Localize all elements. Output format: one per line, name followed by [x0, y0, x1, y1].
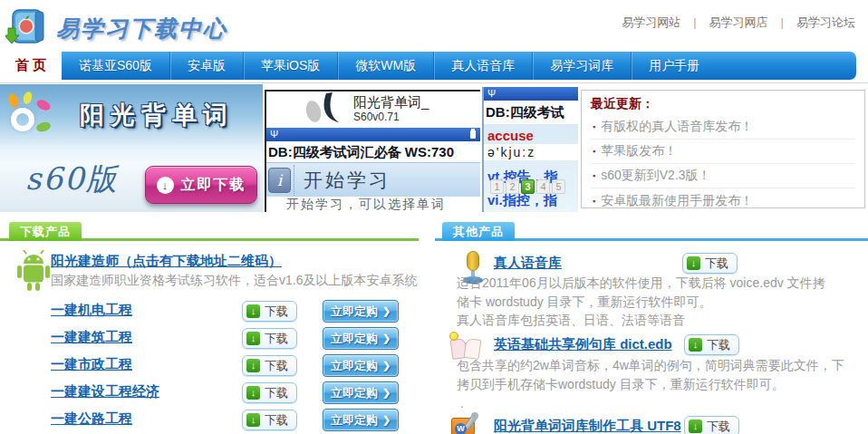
carousel-page-4[interactable]: 4	[536, 179, 550, 194]
carousel-page-2[interactable]: 2	[506, 179, 519, 194]
featured-product-desc: 国家建造师职业资格考试练习软件，适合v1.6及以上版本安卓系统	[51, 273, 417, 289]
logo[interactable]: 易学习下载中心	[5, 5, 227, 52]
chevron-right-icon: ❯	[382, 414, 391, 426]
bullet-icon: ▪	[593, 197, 595, 206]
download-icon: ↓	[246, 359, 260, 372]
banner-download-button[interactable]: ↓ 立即下载	[145, 166, 257, 204]
download-arrow-icon: ↓	[157, 177, 174, 194]
update-item[interactable]: ▪ s60更新到V2.3版！	[591, 164, 855, 188]
chevron-right-icon: ❯	[382, 360, 391, 371]
download-button[interactable]: ↓下载	[242, 301, 297, 322]
product-link[interactable]: 一建公路工程	[51, 410, 132, 428]
dictionary-status-line: DB:四级考试词汇必备 WS:730	[266, 141, 480, 162]
nav-tab-home[interactable]: 首 页	[0, 52, 62, 80]
chevron-right-icon: ❯	[382, 305, 391, 317]
other-product-desc: 适合2011年06月以后版本的软件使用，下载后将 voice.edv 文件拷	[457, 275, 825, 292]
signal-icon: Ψ	[487, 87, 496, 101]
main-nav: 首 页 诺基亚S60版 安卓版 苹果iOS版 微软WM版 真人语音库 易学习词库…	[0, 52, 856, 80]
chevron-right-icon: ❯	[382, 387, 391, 399]
carousel-pager: 1 2 3 4 5	[490, 179, 565, 194]
downloads-tab: 下载产品	[9, 222, 82, 241]
download-icon: ↓	[246, 332, 260, 345]
dictionary-word: accuse	[484, 124, 578, 143]
other-product-desc: 包含共享的约2w单词音标，4w单词的例句，简明词典需要此文件，下	[457, 358, 844, 374]
word-meaning-vi: vi.指控，指	[484, 192, 578, 209]
menu-item-label: 开始学习	[304, 168, 391, 193]
header-link-forum[interactable]: 易学习论坛	[796, 15, 855, 29]
nav-divider	[0, 82, 868, 83]
other-product-link[interactable]: 英语基础共享例句库 dict.edb	[494, 336, 672, 353]
download-button[interactable]: ↓下载	[684, 334, 739, 355]
download-icon: ↓	[246, 304, 260, 318]
nav-tab-voice-library[interactable]: 真人语音库	[433, 52, 532, 80]
nav-tab-nokia-s60[interactable]: 诺基亚S60版	[62, 52, 169, 80]
chevron-right-icon: ❯	[382, 333, 391, 344]
product-link[interactable]: 一建机电工程	[51, 302, 132, 319]
android-icon	[14, 250, 53, 292]
carousel-page-5[interactable]: 5	[552, 179, 565, 194]
phone-screenshot-1: 阳光背单词_ S60v0.71 Ψ DB:四级考试词汇必备 WS:730 i 开…	[265, 90, 480, 212]
others-tab: 其他产品	[442, 222, 515, 241]
bullet-icon: ▪	[593, 147, 595, 156]
download-icon: ↓	[246, 413, 260, 427]
product-link[interactable]: 一建建筑工程	[51, 329, 132, 346]
other-product-desc: 拷贝到手机存储卡wordstudy 目录下，重新运行软件即可。	[457, 377, 785, 393]
app-logo-icon	[266, 113, 350, 129]
header: 易学习下载中心 易学习网站|易学习网店|易学习论坛	[0, 0, 868, 52]
sun-swirl-icon	[4, 92, 54, 142]
order-button[interactable]: 立即定购❯	[323, 409, 399, 431]
status-bar: Ψ	[266, 128, 480, 141]
order-button[interactable]: 立即定购❯	[323, 300, 399, 323]
order-button[interactable]: 立即定购❯	[323, 327, 399, 350]
download-icon: ↓	[689, 420, 702, 433]
app-splash: 阳光背单词_ S60v0.71	[266, 92, 480, 128]
page: 易学习下载中心 易学习网站|易学习网店|易学习论坛 首 页 诺基亚S60版 安卓…	[0, 0, 868, 434]
update-item[interactable]: ▪ 有版权的真人语音库发布！	[591, 115, 855, 140]
link-separator: |	[781, 15, 784, 29]
other-product-link[interactable]: 真人语音库	[494, 255, 562, 272]
other-product-link[interactable]: 阳光背单词词库制作工具 UTF8	[494, 418, 681, 434]
download-icon: ↓	[246, 386, 260, 400]
nav-tab-android[interactable]: 安卓版	[169, 52, 243, 80]
header-link-shop[interactable]: 易学习网店	[709, 15, 768, 29]
download-button[interactable]: ↓下载	[682, 253, 738, 274]
bullet-icon: ▪	[593, 122, 595, 131]
menu-divider	[294, 165, 294, 196]
nav-tab-user-manual[interactable]: 用户手册	[631, 52, 717, 80]
download-button[interactable]: ↓下载	[684, 416, 739, 434]
download-button[interactable]: ↓下载	[242, 410, 297, 430]
carousel-page-3-active[interactable]: 3	[521, 179, 535, 194]
bullet-icon: ▪	[593, 171, 595, 180]
battery-icon	[470, 130, 476, 139]
info-icon: i	[268, 168, 291, 193]
other-product-desc: 真人语音库包括英语、日语、法语等语音	[457, 313, 685, 329]
download-button[interactable]: ↓下载	[242, 382, 297, 403]
download-button[interactable]: ↓下载	[242, 355, 297, 376]
menu-item-hint: 开始学习，可以选择单词	[266, 197, 480, 212]
updates-title: 最近更新：	[591, 96, 855, 112]
carousel-page-1[interactable]: 1	[490, 179, 504, 194]
nav-tab-word-library[interactable]: 易学习词库	[532, 52, 631, 80]
nav-tab-apple-ios[interactable]: 苹果iOS版	[243, 52, 337, 80]
banner-subtitle: s60版	[25, 159, 119, 200]
order-button[interactable]: 立即定购❯	[323, 381, 399, 404]
featured-product-link[interactable]: 阳光建造师（点击有下载地址二维码）	[51, 253, 282, 270]
downloads-section-header: 下载产品	[0, 222, 419, 241]
product-link[interactable]: 一建建设工程经济	[51, 383, 159, 400]
site-title: 易学习下载中心	[56, 14, 227, 43]
recent-updates-panel: 最近更新： ▪ 有版权的真人语音库发布！ ▪ 苹果版发布！ ▪ s60更新到V2…	[581, 90, 865, 208]
download-button[interactable]: ↓下载	[242, 328, 297, 349]
order-button[interactable]: 立即定购❯	[323, 354, 399, 377]
nav-tab-windows-mobile[interactable]: 微软WM版	[337, 52, 433, 80]
other-product-desc: .	[460, 396, 464, 410]
other-product-desc: 储卡 wordstudy 目录下，重新运行软件即可。	[457, 294, 712, 311]
header-link-website[interactable]: 易学习网站	[622, 15, 680, 29]
download-icon: ↓	[689, 338, 702, 352]
update-item[interactable]: ▪ 苹果版发布！	[591, 140, 855, 164]
update-item[interactable]: ▪ 安卓版最新使用手册发布！	[591, 188, 855, 213]
product-link[interactable]: 一建市政工程	[51, 356, 132, 373]
others-section-header: 其他产品	[435, 222, 868, 241]
signal-icon: Ψ	[270, 128, 278, 141]
header-links: 易学习网站|易学习网店|易学习论坛	[622, 14, 855, 31]
app-title: 阳光背单词_	[353, 94, 429, 111]
